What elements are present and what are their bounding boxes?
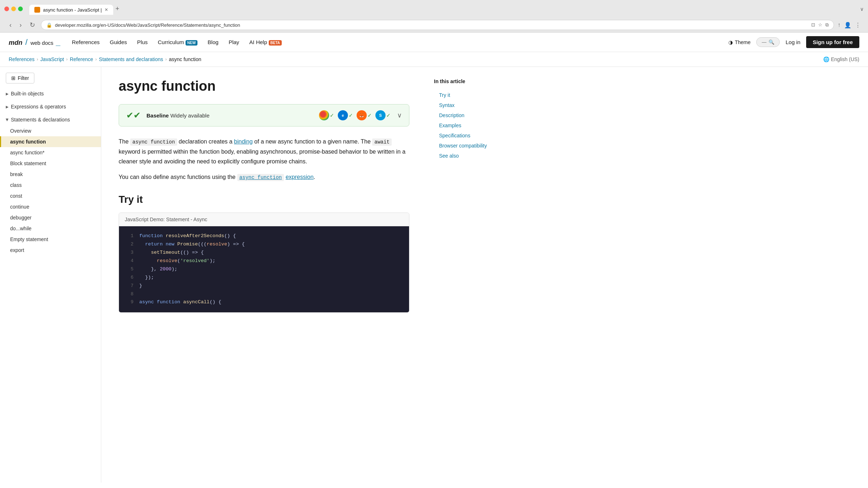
- binding-link[interactable]: binding: [234, 138, 253, 145]
- signup-button[interactable]: Sign up for free: [806, 36, 859, 48]
- nav-ai-help[interactable]: AI HelpBETA: [249, 39, 282, 45]
- nav-plus[interactable]: Plus: [137, 39, 148, 45]
- sidebar: ⊞ Filter ▶ Built-in objects ▶ Expression…: [0, 67, 101, 483]
- code-async-function: async function: [130, 138, 177, 146]
- expand-icon[interactable]: ∨: [860, 6, 864, 12]
- page-layout: ⊞ Filter ▶ Built-in objects ▶ Expression…: [0, 67, 868, 483]
- line-num-4: 4: [125, 257, 133, 265]
- filter-button[interactable]: ⊞ Filter: [6, 73, 34, 84]
- nav-references[interactable]: References: [72, 39, 100, 45]
- extensions-icon[interactable]: ⧉: [825, 22, 829, 28]
- sidebar-item-async-function[interactable]: async function: [0, 136, 101, 147]
- lock-icon: 🔒: [46, 22, 52, 28]
- cast-icon[interactable]: ⊡: [811, 22, 815, 28]
- login-button[interactable]: Log in: [786, 39, 800, 45]
- toc-specifications[interactable]: Specifications: [434, 130, 499, 141]
- address-bar-icons: ⊡ ☆ ⧉: [811, 22, 829, 28]
- edge-check: ✓: [349, 112, 353, 118]
- firefox-check: ✓: [367, 112, 372, 118]
- sidebar-item-break[interactable]: break: [0, 169, 101, 180]
- sidebar-item-overview[interactable]: Overview: [0, 125, 101, 136]
- sidebar-item-async-function-gen[interactable]: async function*: [0, 147, 101, 158]
- line-num-6: 6: [125, 274, 133, 282]
- url-text: developer.mozilla.org/en-US/docs/Web/Jav…: [55, 22, 240, 28]
- breadcrumb-statements[interactable]: Statements and declarations: [99, 56, 163, 62]
- line-num-8: 8: [125, 290, 133, 299]
- sidebar-item-export[interactable]: export: [0, 245, 101, 256]
- theme-label: Theme: [735, 39, 751, 45]
- sidebar-item-dowhile[interactable]: do...while: [0, 223, 101, 234]
- toc-description[interactable]: Description: [434, 110, 499, 120]
- code-text-5: }, 2000);: [139, 265, 177, 274]
- code-text-3: setTimeout(() => {: [139, 249, 204, 257]
- sidebar-item-class[interactable]: class: [0, 180, 101, 191]
- code-line-2: 2 return new Promise(((resolve) => {: [119, 240, 409, 249]
- line-num-5: 5: [125, 265, 133, 274]
- sidebar-item-empty[interactable]: Empty statement: [0, 234, 101, 245]
- sidebar-item-debugger[interactable]: debugger: [0, 212, 101, 223]
- sidebar-section-expressions: ▶ Expressions & operators: [0, 101, 101, 112]
- nav-play[interactable]: Play: [229, 39, 239, 45]
- toc-syntax[interactable]: Syntax: [434, 100, 499, 110]
- header-right: ◑ Theme — 🔍 Log in Sign up for free: [728, 36, 859, 48]
- code-line-8: 8: [119, 290, 409, 299]
- breadcrumb-references[interactable]: References: [9, 56, 35, 62]
- logo-text: mdn / web docs _: [9, 38, 60, 47]
- back-button[interactable]: ‹: [7, 21, 14, 30]
- bookmark-icon[interactable]: ☆: [818, 22, 822, 28]
- nav-blog[interactable]: Blog: [208, 39, 218, 45]
- close-button[interactable]: [4, 7, 9, 11]
- expression-link[interactable]: expression: [286, 174, 314, 180]
- language-selector[interactable]: 🌐 English (US): [823, 56, 859, 62]
- new-tab-button[interactable]: +: [113, 3, 122, 15]
- toc-examples[interactable]: Examples: [434, 120, 499, 130]
- toc-browser-compat[interactable]: Browser compatibility: [434, 141, 499, 151]
- breadcrumb-javascript[interactable]: JavaScript: [41, 56, 64, 62]
- sidebar-section-statements-header[interactable]: ▶ Statements & declarations: [0, 114, 101, 125]
- sidebar-section-builtin-header[interactable]: ▶ Built-in objects: [0, 88, 101, 99]
- breadcrumb-sep-4: ›: [165, 57, 167, 62]
- search-button[interactable]: — 🔍: [756, 37, 780, 47]
- nav-guides[interactable]: Guides: [110, 39, 127, 45]
- person-icon[interactable]: 👤: [844, 22, 851, 29]
- mdn-logo[interactable]: mdn / web docs _: [9, 38, 60, 47]
- toc-try-it[interactable]: Try it: [434, 90, 499, 100]
- baseline-text: Baseline Widely available: [146, 112, 209, 119]
- sidebar-item-continue[interactable]: continue: [0, 201, 101, 212]
- safari-icon: S: [375, 110, 386, 120]
- minimize-button[interactable]: [11, 7, 16, 11]
- toolbar-icons: ↑ 👤 ⋮: [838, 22, 861, 29]
- active-tab[interactable]: async function - JavaScript | ✕: [29, 5, 113, 15]
- share-icon[interactable]: ↑: [838, 22, 841, 28]
- sidebar-item-const[interactable]: const: [0, 191, 101, 201]
- theme-button[interactable]: ◑ Theme: [728, 39, 751, 45]
- forward-button[interactable]: ›: [17, 21, 24, 30]
- sidebar-section-expressions-label: Expressions & operators: [11, 104, 66, 110]
- refresh-button[interactable]: ↻: [27, 20, 37, 30]
- filter-icon: ⊞: [11, 75, 16, 81]
- menu-icon[interactable]: ⋮: [855, 22, 861, 29]
- code-line-4: 4 resolve('resolved');: [119, 257, 409, 265]
- toc-see-also[interactable]: See also: [434, 151, 499, 161]
- address-bar[interactable]: 🔒 developer.mozilla.org/en-US/docs/Web/J…: [41, 20, 834, 30]
- nav-curriculum[interactable]: CurriculumNEW: [158, 39, 197, 45]
- maximize-button[interactable]: [18, 7, 23, 11]
- baseline-expand-icon[interactable]: ∨: [397, 111, 402, 119]
- sidebar-section-expressions-header[interactable]: ▶ Expressions & operators: [0, 101, 101, 112]
- firefox-icon: 🦊: [357, 110, 367, 120]
- browser-icons: ✓ e ✓ 🦊 ✓ S ✓ ∨: [319, 110, 402, 120]
- chevron-right-icon-2: ▶: [6, 105, 9, 109]
- code-block: 1 function resolveAfter2Seconds() { 2 re…: [119, 226, 409, 312]
- code-line-6: 6 });: [119, 274, 409, 282]
- tab-favicon: [34, 7, 40, 13]
- sidebar-section-statements-label: Statements & declarations: [11, 117, 70, 123]
- tab-close-icon[interactable]: ✕: [105, 7, 108, 12]
- chrome-check: ✓: [330, 112, 334, 118]
- code-text-4: resolve('resolved');: [139, 257, 216, 265]
- baseline-box: ✔✔ Baseline Widely available ✓ e ✓ 🦊 ✓: [119, 104, 409, 127]
- code-await: await: [372, 138, 392, 146]
- intro-paragraph-1: The async function declaration creates a…: [119, 137, 409, 166]
- sidebar-item-block[interactable]: Block statement: [0, 158, 101, 169]
- code-async-expr-link[interactable]: async function: [237, 174, 284, 181]
- breadcrumb-reference[interactable]: Reference: [70, 56, 93, 62]
